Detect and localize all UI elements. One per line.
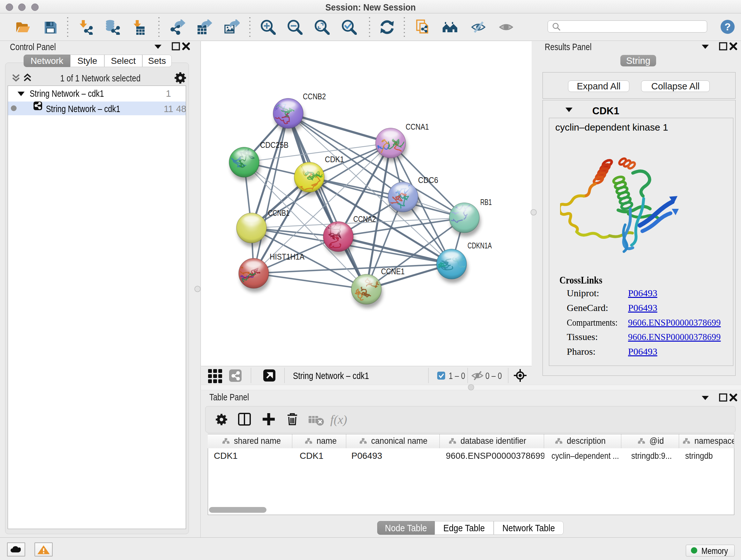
svg-text:CCNB2: CCNB2 <box>303 91 326 101</box>
svg-text:CCNA1: CCNA1 <box>406 122 429 132</box>
svg-text:CDKN1A: CDKN1A <box>468 241 492 250</box>
svg-text:CCNE1: CCNE1 <box>381 266 405 276</box>
svg-text:CDK1: CDK1 <box>325 154 344 164</box>
svg-text:HIST1H1A: HIST1H1A <box>270 252 305 261</box>
svg-text:CCNB1: CCNB1 <box>268 208 289 218</box>
svg-text:CDC6: CDC6 <box>418 175 438 185</box>
svg-text:RB1: RB1 <box>480 197 492 207</box>
svg-text:CCNA2: CCNA2 <box>353 214 376 224</box>
svg-text:CDC25B: CDC25B <box>260 140 288 150</box>
